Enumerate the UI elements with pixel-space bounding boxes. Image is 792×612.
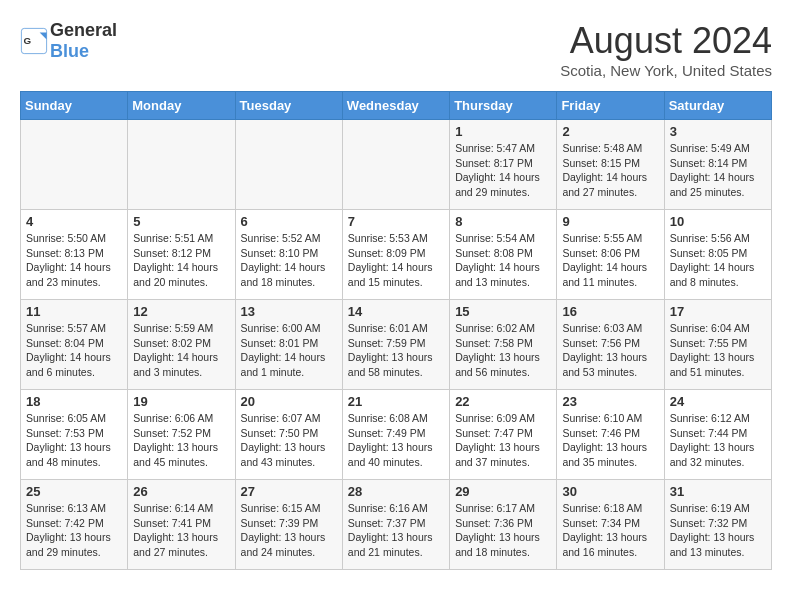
day-info: Sunrise: 6:19 AMSunset: 7:32 PMDaylight:… [670, 501, 766, 560]
day-number: 7 [348, 214, 444, 229]
day-number: 20 [241, 394, 337, 409]
calendar-cell: 24Sunrise: 6:12 AMSunset: 7:44 PMDayligh… [664, 390, 771, 480]
calendar-week-3: 11Sunrise: 5:57 AMSunset: 8:04 PMDayligh… [21, 300, 772, 390]
calendar-cell [235, 120, 342, 210]
day-info: Sunrise: 5:47 AMSunset: 8:17 PMDaylight:… [455, 141, 551, 200]
day-number: 29 [455, 484, 551, 499]
day-info: Sunrise: 6:08 AMSunset: 7:49 PMDaylight:… [348, 411, 444, 470]
day-number: 2 [562, 124, 658, 139]
calendar-cell: 13Sunrise: 6:00 AMSunset: 8:01 PMDayligh… [235, 300, 342, 390]
title-block: August 2024 Scotia, New York, United Sta… [560, 20, 772, 79]
calendar-cell: 4Sunrise: 5:50 AMSunset: 8:13 PMDaylight… [21, 210, 128, 300]
day-info: Sunrise: 6:17 AMSunset: 7:36 PMDaylight:… [455, 501, 551, 560]
calendar-cell: 7Sunrise: 5:53 AMSunset: 8:09 PMDaylight… [342, 210, 449, 300]
day-number: 28 [348, 484, 444, 499]
calendar-cell: 27Sunrise: 6:15 AMSunset: 7:39 PMDayligh… [235, 480, 342, 570]
logo-text: General Blue [50, 20, 117, 62]
day-number: 21 [348, 394, 444, 409]
day-number: 10 [670, 214, 766, 229]
calendar-week-4: 18Sunrise: 6:05 AMSunset: 7:53 PMDayligh… [21, 390, 772, 480]
day-info: Sunrise: 6:09 AMSunset: 7:47 PMDaylight:… [455, 411, 551, 470]
day-number: 18 [26, 394, 122, 409]
weekday-header-sunday: Sunday [21, 92, 128, 120]
location-subtitle: Scotia, New York, United States [560, 62, 772, 79]
weekday-header-monday: Monday [128, 92, 235, 120]
weekday-header-row: SundayMondayTuesdayWednesdayThursdayFrid… [21, 92, 772, 120]
day-number: 26 [133, 484, 229, 499]
calendar-cell: 18Sunrise: 6:05 AMSunset: 7:53 PMDayligh… [21, 390, 128, 480]
day-number: 3 [670, 124, 766, 139]
logo: G General Blue [20, 20, 117, 62]
calendar-cell: 5Sunrise: 5:51 AMSunset: 8:12 PMDaylight… [128, 210, 235, 300]
day-info: Sunrise: 5:56 AMSunset: 8:05 PMDaylight:… [670, 231, 766, 290]
day-number: 31 [670, 484, 766, 499]
day-number: 8 [455, 214, 551, 229]
day-number: 6 [241, 214, 337, 229]
day-info: Sunrise: 6:01 AMSunset: 7:59 PMDaylight:… [348, 321, 444, 380]
calendar-cell: 1Sunrise: 5:47 AMSunset: 8:17 PMDaylight… [450, 120, 557, 210]
day-info: Sunrise: 6:04 AMSunset: 7:55 PMDaylight:… [670, 321, 766, 380]
day-info: Sunrise: 6:13 AMSunset: 7:42 PMDaylight:… [26, 501, 122, 560]
day-info: Sunrise: 5:54 AMSunset: 8:08 PMDaylight:… [455, 231, 551, 290]
logo-icon: G [20, 27, 48, 55]
day-info: Sunrise: 6:16 AMSunset: 7:37 PMDaylight:… [348, 501, 444, 560]
calendar-cell: 31Sunrise: 6:19 AMSunset: 7:32 PMDayligh… [664, 480, 771, 570]
day-number: 15 [455, 304, 551, 319]
logo-general: General [50, 20, 117, 40]
weekday-header-thursday: Thursday [450, 92, 557, 120]
day-number: 24 [670, 394, 766, 409]
calendar-cell: 26Sunrise: 6:14 AMSunset: 7:41 PMDayligh… [128, 480, 235, 570]
day-info: Sunrise: 5:51 AMSunset: 8:12 PMDaylight:… [133, 231, 229, 290]
day-number: 22 [455, 394, 551, 409]
day-info: Sunrise: 6:18 AMSunset: 7:34 PMDaylight:… [562, 501, 658, 560]
weekday-header-wednesday: Wednesday [342, 92, 449, 120]
weekday-header-saturday: Saturday [664, 92, 771, 120]
day-number: 12 [133, 304, 229, 319]
day-number: 16 [562, 304, 658, 319]
day-info: Sunrise: 5:52 AMSunset: 8:10 PMDaylight:… [241, 231, 337, 290]
day-info: Sunrise: 6:06 AMSunset: 7:52 PMDaylight:… [133, 411, 229, 470]
calendar-cell: 9Sunrise: 5:55 AMSunset: 8:06 PMDaylight… [557, 210, 664, 300]
month-title: August 2024 [560, 20, 772, 62]
calendar-cell: 2Sunrise: 5:48 AMSunset: 8:15 PMDaylight… [557, 120, 664, 210]
day-number: 30 [562, 484, 658, 499]
calendar-cell: 25Sunrise: 6:13 AMSunset: 7:42 PMDayligh… [21, 480, 128, 570]
calendar-cell: 16Sunrise: 6:03 AMSunset: 7:56 PMDayligh… [557, 300, 664, 390]
day-number: 25 [26, 484, 122, 499]
day-info: Sunrise: 5:57 AMSunset: 8:04 PMDaylight:… [26, 321, 122, 380]
day-number: 19 [133, 394, 229, 409]
day-info: Sunrise: 6:07 AMSunset: 7:50 PMDaylight:… [241, 411, 337, 470]
calendar-cell: 12Sunrise: 5:59 AMSunset: 8:02 PMDayligh… [128, 300, 235, 390]
day-info: Sunrise: 6:15 AMSunset: 7:39 PMDaylight:… [241, 501, 337, 560]
day-info: Sunrise: 6:03 AMSunset: 7:56 PMDaylight:… [562, 321, 658, 380]
day-info: Sunrise: 5:53 AMSunset: 8:09 PMDaylight:… [348, 231, 444, 290]
day-number: 5 [133, 214, 229, 229]
day-number: 14 [348, 304, 444, 319]
day-info: Sunrise: 6:05 AMSunset: 7:53 PMDaylight:… [26, 411, 122, 470]
calendar-cell: 28Sunrise: 6:16 AMSunset: 7:37 PMDayligh… [342, 480, 449, 570]
day-info: Sunrise: 5:55 AMSunset: 8:06 PMDaylight:… [562, 231, 658, 290]
day-number: 9 [562, 214, 658, 229]
day-info: Sunrise: 5:49 AMSunset: 8:14 PMDaylight:… [670, 141, 766, 200]
calendar-cell: 23Sunrise: 6:10 AMSunset: 7:46 PMDayligh… [557, 390, 664, 480]
calendar-cell: 29Sunrise: 6:17 AMSunset: 7:36 PMDayligh… [450, 480, 557, 570]
calendar-cell: 3Sunrise: 5:49 AMSunset: 8:14 PMDaylight… [664, 120, 771, 210]
calendar-cell: 14Sunrise: 6:01 AMSunset: 7:59 PMDayligh… [342, 300, 449, 390]
calendar-week-1: 1Sunrise: 5:47 AMSunset: 8:17 PMDaylight… [21, 120, 772, 210]
calendar-week-2: 4Sunrise: 5:50 AMSunset: 8:13 PMDaylight… [21, 210, 772, 300]
day-number: 4 [26, 214, 122, 229]
day-info: Sunrise: 5:59 AMSunset: 8:02 PMDaylight:… [133, 321, 229, 380]
calendar-cell: 20Sunrise: 6:07 AMSunset: 7:50 PMDayligh… [235, 390, 342, 480]
logo-blue: Blue [50, 41, 89, 61]
calendar-cell: 10Sunrise: 5:56 AMSunset: 8:05 PMDayligh… [664, 210, 771, 300]
day-info: Sunrise: 5:48 AMSunset: 8:15 PMDaylight:… [562, 141, 658, 200]
day-info: Sunrise: 6:02 AMSunset: 7:58 PMDaylight:… [455, 321, 551, 380]
calendar-cell: 6Sunrise: 5:52 AMSunset: 8:10 PMDaylight… [235, 210, 342, 300]
calendar-cell: 17Sunrise: 6:04 AMSunset: 7:55 PMDayligh… [664, 300, 771, 390]
calendar-header: SundayMondayTuesdayWednesdayThursdayFrid… [21, 92, 772, 120]
day-info: Sunrise: 6:10 AMSunset: 7:46 PMDaylight:… [562, 411, 658, 470]
day-info: Sunrise: 6:12 AMSunset: 7:44 PMDaylight:… [670, 411, 766, 470]
calendar-cell: 11Sunrise: 5:57 AMSunset: 8:04 PMDayligh… [21, 300, 128, 390]
calendar-body: 1Sunrise: 5:47 AMSunset: 8:17 PMDaylight… [21, 120, 772, 570]
day-number: 23 [562, 394, 658, 409]
